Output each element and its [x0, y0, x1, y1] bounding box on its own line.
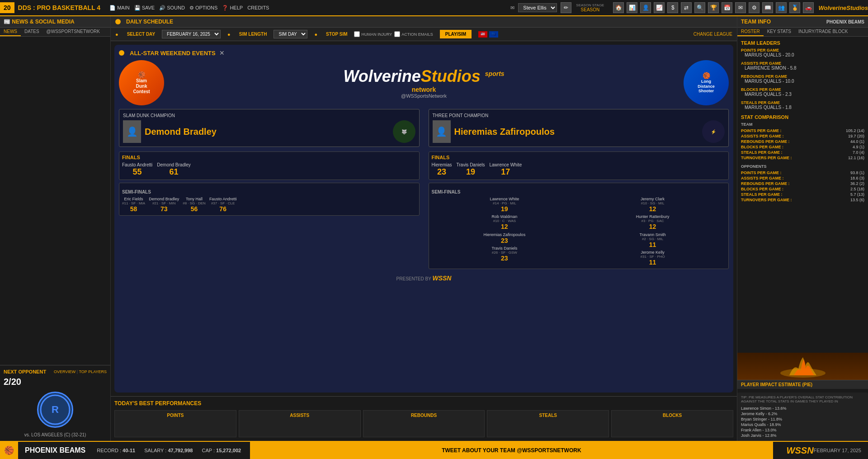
tab-key-stats[interactable]: KEY STATS [764, 28, 795, 36]
daily-schedule-title: DAILY SCHEDULE [126, 19, 173, 25]
human-injury-check[interactable]: HUMAN INJURY [354, 31, 392, 37]
tab-news[interactable]: NEWS [0, 28, 21, 36]
sim-length-dropdown[interactable]: SIM DAY [274, 30, 307, 38]
next-opponent-title: NEXT OPPONENT [4, 369, 46, 374]
best-rebounds-col: REBOUNDS [363, 410, 485, 437]
action-emails-check[interactable]: ACTION EMAILS [394, 31, 433, 37]
play-sim-button[interactable]: PLAY/SIM [440, 30, 472, 38]
three-semi-col3: Hieremias Zafiropoulos 23 Travis Daniels… [432, 232, 578, 266]
team-stat-turnovers: TURNOVERS PER GAME : 12.1 (16) [741, 155, 864, 161]
people-icon[interactable]: 👥 [776, 2, 787, 13]
nav-sound[interactable]: 🔊 SOUND [159, 5, 185, 11]
team-stat-rebounds: REBOUNDS PER GAME : 44.0 (1) [741, 139, 864, 144]
tab-injury-trade[interactable]: INJURY/TRADE BLOCK [795, 28, 851, 36]
calendar-icon[interactable]: 📅 [722, 2, 732, 13]
select-day-dropdown[interactable]: FEBRUARY 16, 2025 [162, 30, 221, 38]
leader-blocks: BLOCKS PER GAME MARIUS QUALLS - 2.3 [741, 87, 864, 97]
wssn-brand-title: WolverineStudios sports [164, 67, 684, 86]
tab-wssn[interactable]: @WSSPORTSNETWORK [43, 28, 104, 36]
news-content [0, 37, 110, 365]
record-area: RECORD : 40-11 [97, 448, 135, 453]
stats-icon[interactable]: 📊 [627, 2, 637, 13]
news-social-header: 📰 NEWS & SOCIAL MEDIA [0, 16, 110, 28]
tab-roster[interactable]: ROSTER [737, 28, 764, 36]
team-info-name: PHOENIX BEAMS [826, 19, 864, 24]
pie-section-header: PLAYER IMPACT ESTIMATE (PIE) [737, 380, 868, 389]
leader-rebounds: REBOUNDS PER GAME MARIUS QUALLS - 10.0 [741, 74, 864, 84]
opp-stat-rebounds: REBOUNDS PER GAME : 36.2 (2) [741, 181, 864, 186]
dollar-icon[interactable]: $ [667, 2, 678, 13]
slam-semi-1: Eric Fields #11 · SF · MIA 58 [122, 197, 145, 213]
human-injury-checkbox[interactable] [354, 31, 360, 37]
leader-steals: STEALS PER GAME MARIUS QUALLS - 1.8 [741, 100, 864, 110]
edit-user-icon[interactable]: ✏ [561, 2, 571, 13]
team-info-title: TEAM INFO [741, 19, 771, 25]
wssn-handle: @WSSportsNetwork [164, 93, 684, 99]
slam-semi-4: Fausto Andretti #37 · SF · CLE 76 [209, 197, 237, 213]
home-icon[interactable]: 🏠 [613, 2, 624, 13]
slam-dunk-badge: 🏀 SlamDunkContest [119, 60, 164, 105]
nav-options[interactable]: ⚙ OPTIONS [189, 5, 218, 11]
tweet-text: TWEET ABOUT YOUR TEAM @WSSPORTSNETWORK [442, 447, 581, 454]
wssn-logo-top: WolverineStudios [818, 5, 868, 11]
nav-save[interactable]: 💾 SAVE [134, 5, 155, 11]
team-stat-assists: ASSISTS PER GAME : 19.7 (20) [741, 133, 864, 139]
opp-stats-label: OPPONENTS [741, 164, 864, 169]
slam-semis-title: SEMI-FINALS [122, 189, 416, 194]
leaders-title: TEAM LEADERS [741, 40, 864, 46]
date-bottom: FEBRUARY 17, 2025 [814, 448, 868, 453]
stat-comparison-title: STAT COMPARISON [741, 114, 864, 120]
slam-finalist-2: Demond Bradley 61 [157, 162, 190, 177]
nav-main[interactable]: 📄 MAIN [109, 5, 130, 11]
three-finalist-3: Lawrence White 17 [490, 162, 522, 177]
opp-stat-steals: STEALS PER GAME : 5.7 (13) [741, 192, 864, 197]
best-performances-header: TODAY'S BEST PERFORMANCES [114, 400, 733, 407]
season-stage-value: SEASON [576, 7, 604, 12]
user-select[interactable]: Steve Ellis [518, 3, 557, 12]
trophy-icon[interactable]: 🏆 [708, 2, 719, 13]
opponent-logo: R [37, 392, 73, 428]
leader-assists: ASSISTS PER GAME LAWRENCE SIMON - 5.8 [741, 61, 864, 71]
slam-champ-name: Demond Bradley [145, 127, 217, 137]
change-league-button[interactable]: CHANGE LEAGUE [693, 32, 732, 37]
mail-icon[interactable]: ✉ [735, 2, 746, 13]
players-icon[interactable]: 👤 [640, 2, 651, 13]
overview-link[interactable]: OVERVIEW [54, 369, 75, 374]
pie-player-3: Bryan Stringer - 11.8% [741, 416, 864, 422]
team-logo-bottom: 🏀 [0, 442, 18, 459]
wssn-bottom-logo: WSSN [787, 445, 814, 456]
opp-stat-assists: ASSISTS PER GAME : 18.6 (3) [741, 175, 864, 181]
pie-player-1: Lawrence Simon - 13.6% [741, 406, 864, 411]
team-stat-steals: STEALS PER GAME : 7.0 (4) [741, 150, 864, 155]
three-champ-team-logo: ⚡ [702, 120, 725, 143]
svg-text:R: R [52, 404, 59, 415]
search-icon[interactable]: 🔍 [694, 2, 705, 13]
allstar-close-icon[interactable]: ✕ [219, 49, 225, 57]
app-logo: 20 [0, 2, 14, 13]
trade-icon[interactable]: ⇄ [681, 2, 692, 13]
slam-finalist-1: Fausto Andretti 55 [122, 162, 152, 177]
salary-area: SALARY : 47,792,998 [144, 448, 193, 453]
tab-dates[interactable]: DATES [21, 28, 43, 36]
team-stats-label: TEAM [741, 122, 864, 127]
nav-help[interactable]: ❓ HELP [222, 5, 243, 11]
three-semi-col4: Travann Smith #2 · SG · MIL 11 Jerome Ke… [580, 232, 726, 266]
next-opponent-team: vs. LOS ANGELES (C) (32-21) [4, 432, 107, 437]
select-day-label: SELECT DAY [127, 32, 155, 37]
settings2-icon[interactable]: ⚙ [749, 2, 760, 13]
car-icon[interactable]: 🚗 [803, 2, 814, 13]
top-players-link[interactable]: TOP PLAYERS [79, 369, 107, 374]
action-emails-checkbox[interactable] [394, 31, 400, 37]
book-icon[interactable]: 📖 [762, 2, 773, 13]
stop-sim-label: STOP SIM [326, 32, 347, 37]
badge-icon[interactable]: 🏅 [789, 2, 800, 13]
chart-icon[interactable]: 📈 [654, 2, 665, 13]
long-distance-badge: 🏀 LongDistanceShooter [684, 60, 729, 105]
best-steals-col: STEALS [487, 410, 609, 437]
best-blocks-col: BLOCKS [611, 410, 733, 437]
nav-credits[interactable]: CREDITS [247, 5, 269, 11]
slam-semi-3: Tony Hall #8 · SG · DEN 56 [183, 197, 206, 213]
team-name-bottom: PHOENIX BEAMS [18, 446, 92, 454]
pie-player-4: Marius Qualls - 18.9% [741, 422, 864, 427]
best-assists-col: ASSISTS [239, 410, 361, 437]
